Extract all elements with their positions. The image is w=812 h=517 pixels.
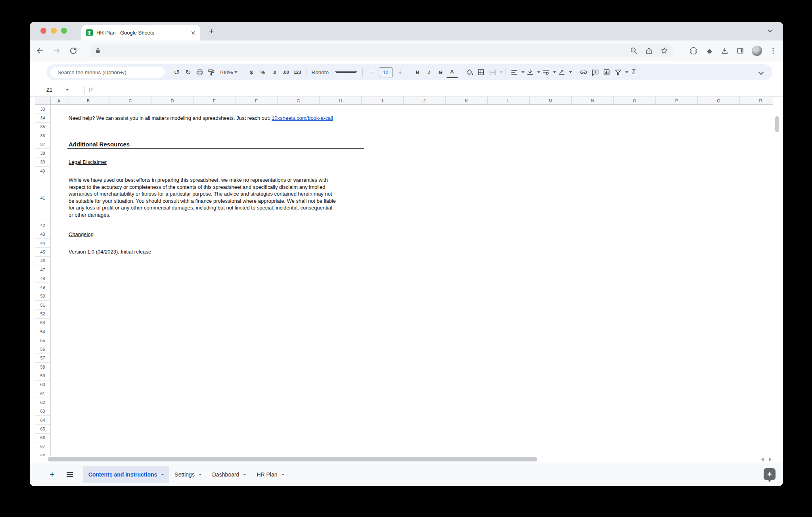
row-header-51[interactable]: 51: [35, 301, 50, 309]
column-header-A[interactable]: A: [51, 97, 67, 104]
row-header-67[interactable]: 67: [35, 442, 50, 451]
format-percent-button[interactable]: %: [257, 66, 269, 78]
cell-b41-disclaimer[interactable]: While we have used our best efforts in p…: [69, 177, 370, 219]
redo-button[interactable]: ↻: [182, 66, 194, 78]
row-header-49[interactable]: 49: [35, 283, 50, 292]
row-header-63[interactable]: 63: [35, 407, 50, 416]
row-header-52[interactable]: 52: [35, 309, 50, 318]
horizontal-scrollbar[interactable]: [35, 455, 779, 463]
row-header-40[interactable]: 40: [35, 167, 50, 175]
borders-button[interactable]: [475, 66, 487, 78]
sheet-tab-menu-caret-icon[interactable]: [243, 474, 246, 475]
profile-avatar[interactable]: [752, 46, 762, 56]
cell-b43-heading[interactable]: Changelog: [69, 230, 94, 239]
select-all-corner[interactable]: [35, 97, 51, 104]
row-header-57[interactable]: 57: [35, 354, 50, 363]
strikethrough-button[interactable]: S: [435, 66, 446, 78]
bookmark-star-icon[interactable]: [661, 47, 668, 54]
column-header-P[interactable]: P: [656, 97, 698, 104]
cell-b34-link[interactable]: 10xsheets.com/book-a-call: [272, 115, 333, 121]
row-header-42[interactable]: 42: [35, 221, 50, 230]
italic-button[interactable]: I: [423, 66, 435, 78]
address-bar[interactable]: [89, 44, 674, 57]
sheet-tab-contents-and-instructions[interactable]: Contents and Instructions: [83, 466, 169, 483]
share-icon[interactable]: [645, 47, 653, 54]
column-header-R[interactable]: R: [740, 97, 773, 104]
extension-brace-icon[interactable]: {···}: [689, 46, 698, 55]
column-header-I[interactable]: I: [362, 97, 404, 104]
sheet-tab-hr-plan[interactable]: HR Plan: [251, 466, 289, 483]
row-header-50[interactable]: 50: [35, 292, 50, 301]
name-box[interactable]: Z1: [46, 87, 84, 93]
row-header-58[interactable]: 58: [35, 363, 50, 371]
add-sheet-button[interactable]: +: [50, 470, 55, 479]
row-header-45[interactable]: 45: [35, 248, 50, 256]
row-header-65[interactable]: 65: [35, 425, 50, 433]
vertical-scrollbar[interactable]: [774, 97, 779, 455]
sheet-tab-dashboard[interactable]: Dashboard: [207, 466, 252, 483]
row-header-59[interactable]: 59: [35, 371, 50, 380]
toolbar-collapse-chevron-icon[interactable]: [758, 70, 764, 75]
horizontal-align-button[interactable]: [509, 66, 520, 78]
increase-font-size-button[interactable]: +: [395, 66, 406, 78]
format-currency-button[interactable]: $: [246, 66, 257, 78]
menu-search-input[interactable]: Search the menus (Option+/): [50, 67, 165, 78]
row-header-55[interactable]: 55: [35, 336, 50, 345]
column-header-L[interactable]: L: [488, 97, 530, 104]
text-color-button[interactable]: A: [446, 66, 458, 78]
functions-button[interactable]: Σ: [628, 66, 640, 78]
column-header-O[interactable]: O: [614, 97, 656, 104]
sheet-tab-settings[interactable]: Settings: [169, 466, 207, 483]
insert-link-button[interactable]: [578, 66, 590, 78]
cell-b34[interactable]: Need help? We can assist you in all matt…: [69, 113, 333, 123]
zoom-level-icon[interactable]: [630, 47, 638, 54]
row-header-38[interactable]: 38: [35, 149, 50, 158]
row-header-36[interactable]: 36: [35, 131, 50, 140]
column-header-B[interactable]: B: [67, 97, 109, 104]
cell-b45-version[interactable]: Version 1.0 (04/2023): Initial release: [69, 248, 151, 256]
minimize-window-button[interactable]: [51, 28, 57, 34]
new-tab-button[interactable]: +: [209, 27, 214, 36]
scroll-left-arrow-icon[interactable]: [761, 457, 764, 461]
browser-menu-icon[interactable]: [770, 47, 777, 54]
column-header-J[interactable]: J: [404, 97, 446, 104]
row-header-61[interactable]: 61: [35, 389, 50, 398]
print-button[interactable]: [194, 66, 205, 78]
close-tab-icon[interactable]: ✕: [191, 30, 195, 36]
zoom-select[interactable]: 100%: [217, 66, 240, 78]
row-header-37[interactable]: 37: [35, 140, 50, 149]
row-header-46[interactable]: 46: [35, 257, 50, 265]
filter-button[interactable]: [613, 66, 624, 78]
row-header-60[interactable]: 60: [35, 381, 50, 389]
paint-format-button[interactable]: [205, 66, 217, 78]
decrease-font-size-button[interactable]: −: [366, 66, 377, 78]
explore-button[interactable]: [764, 468, 776, 480]
more-formats-button[interactable]: 123: [292, 66, 303, 78]
decrease-decimal-button[interactable]: .0: [269, 66, 280, 78]
extensions-puzzle-icon[interactable]: [705, 47, 713, 55]
row-header-41[interactable]: 41: [35, 175, 50, 221]
browser-tab[interactable]: HR Plan - Google Sheets ✕: [81, 25, 200, 40]
reload-button[interactable]: [69, 47, 77, 55]
column-header-M[interactable]: M: [530, 97, 572, 104]
column-header-N[interactable]: N: [572, 97, 614, 104]
insert-comment-button[interactable]: [590, 66, 601, 78]
cell-b39-heading[interactable]: Legal Disclaimer: [69, 158, 107, 167]
side-panel-icon[interactable]: [736, 47, 744, 55]
scroll-right-arrow-icon[interactable]: [769, 457, 772, 461]
column-header-E[interactable]: E: [193, 97, 236, 104]
merge-cells-button[interactable]: [487, 66, 498, 78]
cell-b37-section-title[interactable]: Additional Resources: [67, 140, 364, 149]
row-header-33[interactable]: 33: [35, 105, 50, 113]
text-wrap-button[interactable]: [540, 66, 552, 78]
sheet-tab-menu-caret-icon[interactable]: [161, 474, 164, 475]
increase-decimal-button[interactable]: .00: [280, 66, 292, 78]
downloads-icon[interactable]: [721, 47, 729, 55]
row-header-66[interactable]: 66: [35, 434, 50, 442]
column-header-G[interactable]: G: [278, 97, 320, 104]
column-header-H[interactable]: H: [320, 97, 362, 104]
zoom-window-button[interactable]: [61, 28, 67, 34]
column-header-C[interactable]: C: [109, 97, 151, 104]
column-header-D[interactable]: D: [151, 97, 193, 104]
all-sheets-menu-icon[interactable]: [67, 472, 73, 477]
